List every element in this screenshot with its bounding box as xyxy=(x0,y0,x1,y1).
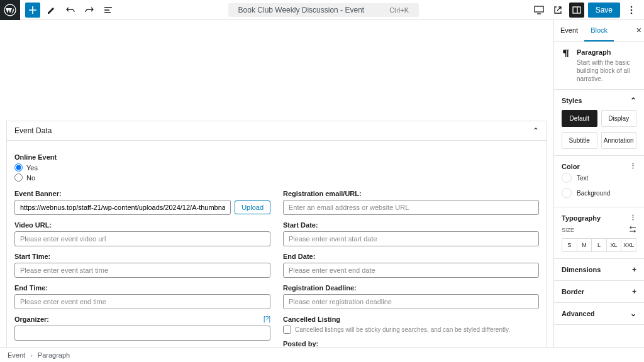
command-shortcut: Ctrl+K xyxy=(389,6,409,14)
style-display[interactable]: Display xyxy=(601,110,637,127)
advanced-expand-icon[interactable]: ⌄ xyxy=(630,309,636,318)
deadline-label: Registration Deadline: xyxy=(283,284,539,292)
organizer-label: Organizer:[?] xyxy=(14,315,270,323)
close-sidebar-icon[interactable]: × xyxy=(636,25,641,35)
online-event-label: Online Event xyxy=(14,153,539,161)
redo-icon[interactable] xyxy=(82,3,97,18)
online-no-radio[interactable] xyxy=(14,173,23,182)
size-xxl[interactable]: XXL xyxy=(621,239,636,251)
upload-button[interactable]: Upload xyxy=(235,200,270,214)
start-time-label: Start Time: xyxy=(14,253,270,260)
add-block-button[interactable] xyxy=(25,3,40,18)
save-button[interactable]: Save xyxy=(588,3,620,18)
view-desktop-icon[interactable] xyxy=(531,3,547,18)
organizer-hint[interactable]: [?] xyxy=(264,315,270,323)
panel-title: Event Data xyxy=(14,126,52,135)
wordpress-logo[interactable] xyxy=(0,0,20,20)
border-heading[interactable]: Border xyxy=(562,288,584,295)
svg-point-3 xyxy=(631,6,633,8)
styles-heading: Styles xyxy=(562,97,582,104)
banner-label: Event Banner: xyxy=(14,190,270,197)
cancelled-checkbox[interactable] xyxy=(283,326,291,334)
undo-icon[interactable] xyxy=(63,3,78,18)
size-m[interactable]: M xyxy=(577,239,592,251)
border-add-icon[interactable]: + xyxy=(632,287,636,296)
typography-heading: Typography xyxy=(562,214,601,222)
breadcrumb-root[interactable]: Event xyxy=(8,351,25,359)
color-options-icon[interactable]: ⋮ xyxy=(630,162,636,170)
svg-rect-2 xyxy=(573,7,580,13)
styles-collapse-icon[interactable]: ⌃ xyxy=(630,96,636,105)
block-description: Start with the basic building block of a… xyxy=(577,58,636,83)
style-subtitle[interactable]: Subtitle xyxy=(562,132,597,149)
end-date-input[interactable] xyxy=(283,263,539,278)
svg-rect-1 xyxy=(535,6,543,12)
document-overview-icon[interactable] xyxy=(101,3,116,18)
dimensions-heading[interactable]: Dimensions xyxy=(562,266,601,273)
end-time-input[interactable] xyxy=(14,294,270,309)
svg-point-4 xyxy=(631,9,633,11)
size-l[interactable]: L xyxy=(592,239,607,251)
external-link-icon[interactable] xyxy=(550,3,565,18)
paragraph-icon xyxy=(562,48,572,60)
event-data-panel: Event Data ⌃ Online Event Yes No Event B… xyxy=(6,121,547,347)
size-label: Size xyxy=(562,227,574,233)
video-label: Video URL: xyxy=(14,221,270,229)
cancelled-label: Cancelled Listing xyxy=(283,315,539,323)
end-date-label: End Date: xyxy=(283,253,539,260)
options-menu-icon[interactable] xyxy=(624,3,639,18)
deadline-input[interactable] xyxy=(283,294,539,309)
collapse-icon[interactable]: ⌃ xyxy=(533,126,539,135)
color-heading: Color xyxy=(562,163,580,170)
breadcrumb: Event › Paragraph xyxy=(0,347,644,362)
reg-email-input[interactable] xyxy=(283,200,539,215)
dimensions-add-icon[interactable]: + xyxy=(632,265,636,274)
organizer-input[interactable] xyxy=(14,326,270,341)
start-date-label: Start Date: xyxy=(283,221,539,229)
color-text[interactable]: Text xyxy=(562,170,636,185)
banner-input[interactable] xyxy=(14,200,231,215)
breadcrumb-current[interactable]: Paragraph xyxy=(38,351,70,359)
panel-header[interactable]: Event Data ⌃ xyxy=(7,121,547,141)
online-yes-radio[interactable] xyxy=(14,163,23,172)
sidebar-toggle-icon[interactable] xyxy=(569,3,584,18)
start-date-input[interactable] xyxy=(283,231,539,246)
video-input[interactable] xyxy=(14,231,270,246)
size-s[interactable]: S xyxy=(562,239,577,251)
breadcrumb-separator: › xyxy=(30,351,33,359)
end-time-label: End Time: xyxy=(14,284,270,292)
style-annotation[interactable]: Annotation xyxy=(601,132,637,149)
document-title[interactable]: Book Club Weekly Discussion - Event Ctrl… xyxy=(228,3,419,17)
edit-tool-icon[interactable] xyxy=(44,3,59,18)
posted-by-label: Posted by: xyxy=(283,340,539,347)
reg-email-label: Registration email/URL: xyxy=(283,190,539,197)
tab-block[interactable]: Block xyxy=(584,20,614,41)
tab-event[interactable]: Event xyxy=(554,20,584,41)
block-name: Paragraph xyxy=(577,48,636,56)
start-time-input[interactable] xyxy=(14,263,270,278)
color-background[interactable]: Background xyxy=(562,185,636,200)
document-title-text: Book Club Weekly Discussion - Event xyxy=(238,6,365,14)
size-settings-icon[interactable] xyxy=(629,226,636,234)
size-xl[interactable]: XL xyxy=(607,239,622,251)
svg-point-5 xyxy=(631,12,633,14)
typo-options-icon[interactable]: ⋮ xyxy=(630,214,636,222)
style-default[interactable]: Default xyxy=(562,110,597,127)
advanced-heading[interactable]: Advanced xyxy=(562,310,595,317)
